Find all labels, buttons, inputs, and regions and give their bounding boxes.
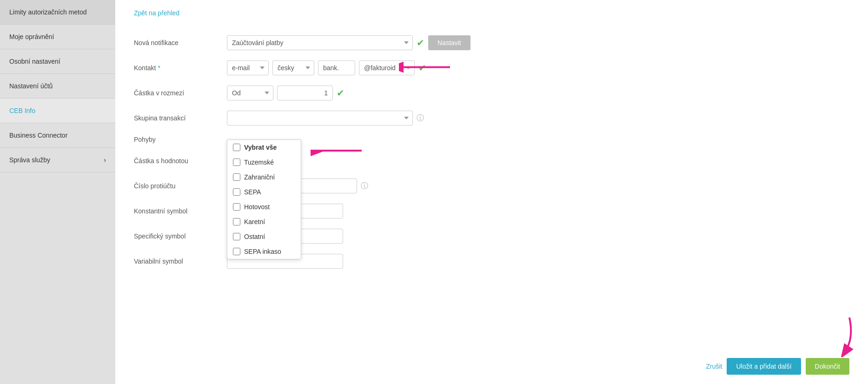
pohyby-row: Pohyby Vybrat vše Tuzemské Zahraniční <box>134 136 849 143</box>
zrusit-button[interactable]: Zrušit <box>706 363 722 370</box>
back-link[interactable]: Zpět na přehled <box>134 9 179 17</box>
pohyby-hotovost[interactable]: Hotovost <box>227 199 301 214</box>
pohyby-dropdown: Vybrat vše Tuzemské Zahraniční SEPA <box>227 139 301 259</box>
pohyby-karetni[interactable]: Karetní <box>227 214 301 229</box>
pohyby-label: Pohyby <box>134 136 227 143</box>
castka-row: Částka v rozmezí Od Do ✔ <box>134 86 849 100</box>
pohyby-sepa[interactable]: SEPA <box>227 185 301 199</box>
pohyby-hotovost-checkbox[interactable] <box>233 203 240 211</box>
castka-check-icon: ✔ <box>337 88 345 98</box>
skupina-label: Skupina transakcí <box>134 114 227 122</box>
pohyby-tuzemske-checkbox[interactable] <box>233 159 240 166</box>
specificky-symbol-label: Specifický symbol <box>134 232 227 240</box>
dokoncit-button[interactable]: Dokončit <box>806 358 849 375</box>
nova-notifikace-check-icon: ✔ <box>417 38 424 47</box>
skupina-row: Skupina transakcí Skupina 1 Skupina 2 ⓘ <box>134 111 849 126</box>
ulozit-button[interactable]: Uložit a přidat další <box>727 358 801 375</box>
cislo-protiuctu-info-icon[interactable]: ⓘ <box>361 181 368 191</box>
pohyby-sepa-inkaso[interactable]: SEPA inkaso <box>227 244 301 259</box>
nova-notifikace-select[interactable]: Zaúčtování platby Jiná možnost <box>227 35 413 50</box>
variabilni-symbol-label: Variabilní symbol <box>134 258 227 265</box>
pohyby-ostatni[interactable]: Ostatní <box>227 229 301 244</box>
kontakt-lang-select[interactable]: česky English <box>272 60 314 75</box>
nova-notifikace-controls: Zaúčtování platby Jiná možnost ✔ Nastavi… <box>227 35 470 50</box>
sidebar-item-sluzby[interactable]: Správa služby › <box>0 148 115 172</box>
castka-controls: Od Do ✔ <box>227 86 345 100</box>
pohyby-tuzemske[interactable]: Tuzemské <box>227 155 301 170</box>
nastavit-button[interactable]: Nastavit <box>428 35 470 50</box>
pohyby-sepa-inkaso-checkbox[interactable] <box>233 248 240 255</box>
nova-notifikace-label: Nová notifikace <box>134 39 227 46</box>
pohyby-zahranicni-checkbox[interactable] <box>233 173 240 181</box>
bottom-bar: Zrušit Uložit a přidat další Dokončit <box>706 358 849 375</box>
sidebar-item-uctu[interactable]: Nastavení účtů <box>0 74 115 99</box>
sidebar: Limity autorizačních metod Moje oprávněn… <box>0 0 115 384</box>
skupina-info-icon[interactable]: ⓘ <box>417 113 424 123</box>
chevron-right-icon: › <box>104 156 106 164</box>
sidebar-item-connector[interactable]: Business Connector <box>0 123 115 148</box>
kontakt-controls: e-mail SMS česky English @fakturoid @gma… <box>227 60 426 75</box>
sidebar-item-osobni[interactable]: Osobní nastavení <box>0 49 115 74</box>
form-section: Nová notifikace Zaúčtování platby Jiná m… <box>134 35 849 269</box>
kontakt-row: Kontakt * e-mail SMS česky English @fakt… <box>134 60 849 75</box>
pohyby-sepa-checkbox[interactable] <box>233 188 240 196</box>
nova-notifikace-row: Nová notifikace Zaúčtování platby Jiná m… <box>134 35 849 50</box>
sidebar-item-opravneni[interactable]: Moje oprávnění <box>0 25 115 49</box>
kontakt-required: * <box>158 64 160 72</box>
kontakt-check-icon: ✔ <box>418 63 426 73</box>
sidebar-item-limity[interactable]: Limity autorizačních metod <box>0 0 115 25</box>
kontakt-type-select[interactable]: e-mail SMS <box>227 60 269 75</box>
kontakt-label: Kontakt * <box>134 64 227 72</box>
sidebar-item-ceb[interactable]: CEB Info <box>0 99 115 123</box>
castka-label: Částka v rozmezí <box>134 89 227 97</box>
konstantni-symbol-label: Konstantní symbol <box>134 207 227 215</box>
pohyby-vybrat-vse[interactable]: Vybrat vše <box>227 140 301 155</box>
skupina-select[interactable]: Skupina 1 Skupina 2 <box>227 111 413 126</box>
skupina-controls: Skupina 1 Skupina 2 ⓘ <box>227 111 424 126</box>
pohyby-vybrat-vse-checkbox[interactable] <box>233 144 240 151</box>
castka-hodnotou-label: Částka s hodnotou <box>134 157 227 165</box>
arrow-dokoncit-annotation <box>822 315 859 358</box>
cislo-protiuctu-label: Číslo protiúčtu <box>134 182 227 190</box>
main-content: Zpět na přehled Nová notifikace Zaúčtová… <box>115 0 868 384</box>
kontakt-email-domain-select[interactable]: @fakturoid @gmail.com <box>359 60 415 75</box>
kontakt-email-prefix[interactable] <box>318 60 355 75</box>
castka-amount-input[interactable] <box>277 86 333 100</box>
pohyby-zahranicni[interactable]: Zahraniční <box>227 170 301 185</box>
castka-od-select[interactable]: Od Do <box>227 86 273 100</box>
pohyby-karetni-checkbox[interactable] <box>233 218 240 225</box>
pohyby-ostatni-checkbox[interactable] <box>233 233 240 240</box>
